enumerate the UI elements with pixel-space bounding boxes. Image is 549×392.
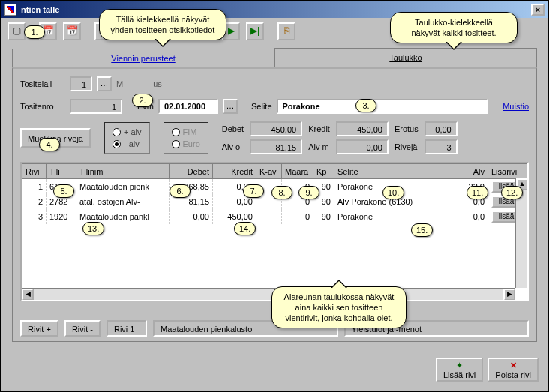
tool-new-icon[interactable]: ▢ [8, 22, 26, 40]
tab-taulukko[interactable]: Taulukko [274, 48, 537, 67]
radio-euro[interactable]: Euro [172, 138, 200, 150]
tositelaji-lookup-button[interactable]: … [97, 76, 112, 91]
close-icon[interactable]: × [531, 4, 544, 16]
add-row-button[interactable]: ✦ Lisää rivi [436, 358, 483, 382]
tositenro-field[interactable]: 1 [70, 99, 122, 114]
marker-15: 15. [411, 223, 433, 237]
col-tili[interactable]: Tili [46, 164, 76, 179]
total-alvo: 81,15 [250, 139, 302, 154]
tositelaji-field[interactable]: 1 [70, 76, 92, 91]
scroll-left-icon[interactable]: ◀ [22, 289, 34, 301]
nav-last-icon[interactable]: ▶| [246, 22, 264, 40]
marker-3: 3. [356, 99, 376, 112]
marker-9: 9. [298, 186, 320, 199]
col-kp[interactable]: Kp [314, 164, 334, 179]
sparkle-icon: ✦ [443, 361, 476, 370]
col-rivi[interactable]: Rivi [22, 164, 46, 179]
callout-top-right: Taulukko-kielekkeellä näkyvät kaikki tos… [390, 12, 518, 43]
col-selite[interactable]: Selite [334, 164, 458, 179]
callout-bottom: Alareunan taulukossa näkyvät aina kaikki… [272, 286, 406, 328]
currency-radio-group: FIM Euro [164, 122, 208, 154]
scroll-right-icon[interactable]: ▶ [503, 289, 515, 301]
col-tilinimi[interactable]: Tilinimi [76, 164, 170, 179]
radio-fim[interactable]: FIM [172, 126, 200, 138]
label-tositenro: Tositenro [20, 102, 65, 111]
rivit-plus-button[interactable]: Rivit + [20, 320, 58, 337]
window-title: ntien talle [21, 5, 59, 14]
marker-1: 1. [24, 25, 45, 39]
cell-tili: 1920 [46, 209, 76, 224]
tab-viennin-perusteet[interactable]: Viennin perusteet [12, 49, 274, 68]
tab-taulukko-label: Taulukko [389, 53, 422, 62]
marker-13: 13. [82, 222, 104, 235]
col-maara[interactable]: Määrä [282, 164, 314, 179]
cell-kav [256, 209, 282, 224]
horizontal-scrollbar[interactable]: ◀ ▶ [22, 288, 515, 300]
cell-selite: Porakone [334, 209, 458, 224]
muistio-link[interactable]: Muistio [502, 102, 529, 111]
label-riveja: Rivejä [394, 142, 418, 151]
col-lisarivi[interactable]: Lisärivi [488, 164, 527, 179]
total-alvm: 0,00 [336, 139, 388, 154]
tositelaji-desc-start: M [116, 79, 123, 88]
cell-rivi: 2 [22, 194, 46, 209]
selite-field[interactable]: Porakone [277, 99, 488, 114]
radio-plus-alv[interactable]: + alv [112, 126, 142, 138]
x-icon: ✕ [495, 361, 531, 370]
exit-icon[interactable]: ⎘ [278, 22, 296, 40]
cell-maara: 0 [282, 209, 314, 224]
cell-tilinimi: atal. ostojen Alv- [76, 194, 170, 209]
bottom-buttons: ✦ Lisää rivi ✕ Poista rivi [436, 358, 538, 382]
marker-2: 2. [132, 94, 153, 107]
alv-radio-group: + alv - alv [104, 122, 150, 154]
pvm-lookup-button[interactable]: … [223, 99, 238, 114]
marker-14: 14. [234, 222, 256, 235]
marker-11: 11. [466, 186, 488, 199]
total-kredit: 450,00 [336, 121, 388, 136]
cell-rivi: 3 [22, 209, 46, 224]
marker-10: 10. [382, 186, 404, 199]
marker-6: 6. [170, 184, 190, 198]
label-selite: Selite [251, 102, 272, 111]
tositelaji-desc-end: us [153, 79, 162, 88]
radio-minus-alv[interactable]: - alv [112, 138, 142, 150]
callout-top-left: Tällä kielekkeellä näkyvät yhden tositte… [99, 9, 226, 40]
grid-header: Rivi Tili Tilinimi Debet Kredit K-av Mää… [22, 164, 527, 179]
marker-8: 8. [272, 186, 292, 199]
col-kav[interactable]: K-av [256, 164, 282, 179]
label-erotus: Erotus [394, 124, 418, 133]
cell-alv: 0,0 [458, 209, 488, 224]
marker-4: 4. [39, 138, 60, 151]
label-alvm: Alv m [308, 142, 330, 151]
delete-row-button[interactable]: ✕ Poista rivi [488, 358, 538, 382]
col-debet[interactable]: Debet [170, 164, 213, 179]
app-icon [4, 4, 16, 16]
label-alvo: Alv o [222, 142, 244, 151]
marker-7: 7. [243, 184, 264, 198]
col-kredit[interactable]: Kredit [213, 164, 256, 179]
cell-tilinimi: Maatalouden pienk [76, 179, 170, 195]
cell-debet: 0,00 [170, 209, 213, 224]
marker-5: 5. [53, 184, 74, 198]
cell-rivi: 1 [22, 179, 46, 195]
label-debet: Debet [222, 124, 244, 133]
tool-calendar-x-icon[interactable]: 📆 [63, 22, 81, 40]
cell-kp: 90 [314, 209, 334, 224]
pvm-field[interactable]: 02.01.2000 [158, 99, 218, 114]
marker-12: 12. [501, 186, 523, 199]
total-erotus: 0,00 [424, 121, 458, 136]
rivit-minus-button[interactable]: Rivit - [64, 320, 100, 337]
col-alv[interactable]: Alv [458, 164, 488, 179]
status-rivi: Rivi 1 [106, 320, 147, 337]
label-kredit: Kredit [308, 124, 330, 133]
total-debet: 450,00 [250, 121, 302, 136]
total-riveja: 3 [424, 139, 458, 154]
label-tositelaji: Tositelaji [20, 79, 65, 88]
